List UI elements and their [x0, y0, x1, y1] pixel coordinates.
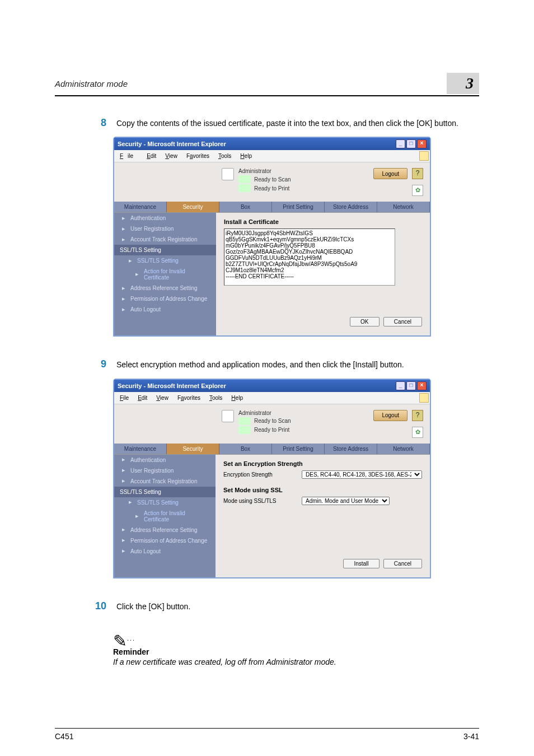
menu-view[interactable]: View	[161, 152, 182, 160]
refresh-icon[interactable]: ✿	[412, 185, 423, 196]
maximize-icon[interactable]: □	[406, 381, 416, 390]
tab-box[interactable]: Box	[219, 202, 272, 212]
sidebar-item-authentication[interactable]: Authentication	[114, 213, 216, 223]
tab-print-setting[interactable]: Print Setting	[272, 444, 325, 454]
sidebar-item-action-invalid-cert[interactable]: Action for Invalid Certificate	[114, 266, 216, 283]
menubar[interactable]: File Edit View Favorites Tools Help	[114, 150, 430, 162]
ready-print-label: Ready to Print	[254, 427, 289, 433]
ready-scan-label: Ready to Scan	[254, 176, 291, 183]
window-titlebar[interactable]: Security - Microsoft Internet Explorer _…	[114, 380, 430, 392]
sidebar-item-user-registration[interactable]: User Registration	[114, 223, 216, 234]
tab-maintenance[interactable]: Maintenance	[114, 202, 167, 212]
menu-edit[interactable]: Edit	[142, 152, 161, 160]
tab-security[interactable]: Security	[167, 202, 219, 212]
logout-button[interactable]: Logout	[373, 168, 407, 179]
certificate-textarea[interactable]	[224, 228, 395, 286]
install-certificate-heading: Install a Certificate	[224, 218, 422, 225]
ie-logo-icon	[419, 393, 429, 403]
minimize-icon[interactable]: _	[396, 381, 405, 390]
tab-bar: Maintenance Security Box Print Setting S…	[114, 444, 430, 454]
sidebar-item-address-reference[interactable]: Address Reference Setting	[114, 283, 216, 293]
window-titlebar[interactable]: Security - Microsoft Internet Explorer _…	[114, 138, 430, 150]
sidebar-item-account-track-registration[interactable]: Account Track Registration	[114, 476, 216, 487]
scanner-icon	[238, 175, 251, 183]
sidebar-item-permission-address-change[interactable]: Permission of Address Change	[114, 293, 216, 304]
mode-ssl-select[interactable]: Admin. Mode and User Mode	[302, 497, 390, 505]
sidebar-item-account-track-registration[interactable]: Account Track Registration	[114, 234, 216, 245]
encryption-strength-select[interactable]: DES, RC4-40, RC4-128, 3DES-168, AES-256	[302, 470, 422, 479]
menu-help[interactable]: Help	[227, 394, 247, 402]
sidebar-section-ssltls[interactable]: SSL/TLS Setting	[114, 245, 216, 255]
sidebar-item-permission-address-change[interactable]: Permission of Address Change	[114, 535, 216, 546]
encryption-strength-label: Encryption Strength	[223, 472, 302, 478]
header-rule	[55, 95, 479, 96]
step-10-number: 10	[55, 601, 116, 612]
refresh-icon[interactable]: ✿	[412, 427, 423, 438]
mode-ssl-label: Mode using SSL/TLS	[223, 498, 302, 504]
printer-icon	[238, 184, 251, 192]
tab-box[interactable]: Box	[219, 444, 272, 454]
sidebar-item-user-registration[interactable]: User Registration	[114, 465, 216, 476]
ready-print-label: Ready to Print	[254, 185, 289, 192]
page-title: Administrator mode	[55, 79, 128, 88]
footer-right: 3-41	[463, 732, 479, 741]
tab-network[interactable]: Network	[377, 444, 430, 454]
tab-bar: Maintenance Security Box Print Setting S…	[114, 202, 430, 212]
close-icon[interactable]: ×	[417, 381, 427, 390]
close-icon[interactable]: ×	[417, 139, 427, 148]
screenshot-install-certificate: Security - Microsoft Internet Explorer _…	[113, 137, 431, 337]
scanner-icon	[238, 417, 251, 425]
screenshot-encryption-strength: Security - Microsoft Internet Explorer _…	[113, 379, 431, 578]
step-10-text: Click the [OK] button.	[116, 601, 190, 612]
minimize-icon[interactable]: _	[396, 139, 405, 148]
menu-file[interactable]: File	[115, 394, 133, 402]
window-title: Security - Microsoft Internet Explorer	[118, 141, 226, 147]
cancel-button[interactable]: Cancel	[383, 559, 422, 568]
printer-icon	[238, 426, 251, 434]
install-button[interactable]: Install	[343, 559, 379, 568]
administrator-label: Administrator	[238, 410, 291, 416]
sidebar: Authentication User Registration Account…	[114, 455, 216, 577]
menu-tools[interactable]: Tools	[205, 394, 227, 402]
sidebar: Authentication User Registration Account…	[114, 213, 216, 335]
menubar[interactable]: File Edit View Favorites Tools Help	[114, 392, 430, 404]
sidebar-item-ssltls-setting[interactable]: SSL/TLS Setting	[114, 497, 216, 508]
tab-maintenance[interactable]: Maintenance	[114, 444, 167, 454]
maximize-icon[interactable]: □	[406, 139, 416, 148]
tab-print-setting[interactable]: Print Setting	[272, 202, 325, 212]
encryption-strength-heading: Set an Encryption Strength	[223, 460, 422, 467]
sidebar-item-auto-logout[interactable]: Auto Logout	[114, 304, 216, 315]
menu-tools[interactable]: Tools	[214, 152, 236, 160]
reminder-heading: Reminder	[113, 647, 479, 656]
help-icon[interactable]: ?	[412, 410, 423, 421]
menu-favorites[interactable]: Favorites	[173, 394, 205, 402]
menu-file[interactable]: File	[115, 152, 142, 160]
menu-edit[interactable]: Edit	[133, 394, 152, 402]
administrator-label: Administrator	[238, 168, 291, 174]
sidebar-item-auto-logout[interactable]: Auto Logout	[114, 546, 216, 557]
tab-network[interactable]: Network	[377, 202, 430, 212]
step-8-number: 8	[55, 118, 116, 129]
logout-button[interactable]: Logout	[373, 410, 407, 421]
sidebar-item-action-invalid-cert[interactable]: Action for Invalid Certificate	[114, 508, 216, 525]
help-icon[interactable]: ?	[412, 168, 423, 179]
footer-left: C451	[55, 732, 73, 741]
menu-favorites[interactable]: Favorites	[182, 152, 214, 160]
tab-security[interactable]: Security	[167, 444, 219, 454]
sidebar-section-ssltls[interactable]: SSL/TLS Setting	[114, 487, 216, 497]
menu-help[interactable]: Help	[236, 152, 256, 160]
ie-logo-icon	[419, 151, 429, 161]
window-title: Security - Microsoft Internet Explorer	[118, 382, 226, 389]
sidebar-item-ssltls-setting[interactable]: SSL/TLS Setting	[114, 255, 216, 266]
reminder-body: If a new certificate was created, log of…	[113, 657, 479, 666]
ready-scan-label: Ready to Scan	[254, 418, 291, 424]
ok-button[interactable]: OK	[350, 317, 379, 326]
user-icon	[222, 168, 234, 180]
sidebar-item-address-reference[interactable]: Address Reference Setting	[114, 525, 216, 535]
set-mode-ssl-heading: Set Mode using SSL	[223, 487, 422, 493]
sidebar-item-authentication[interactable]: Authentication	[114, 455, 216, 465]
tab-store-address[interactable]: Store Address	[325, 202, 377, 212]
cancel-button[interactable]: Cancel	[383, 317, 422, 326]
menu-view[interactable]: View	[152, 394, 173, 402]
tab-store-address[interactable]: Store Address	[325, 444, 377, 454]
